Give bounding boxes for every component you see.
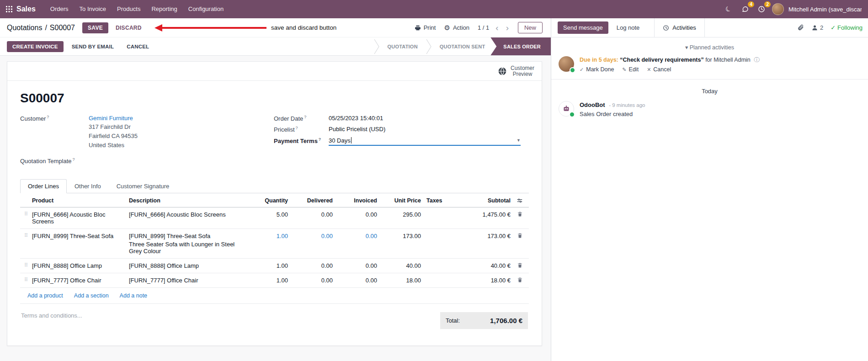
pager-next-icon[interactable]: › xyxy=(505,23,510,32)
cell-delivered[interactable]: 0.00 xyxy=(288,262,333,269)
pricelist-field[interactable]: Public Pricelist (USD) xyxy=(329,126,385,133)
cell-invoiced[interactable]: 0.00 xyxy=(333,277,377,284)
table-row[interactable]: ⠿ [FURN_8888] Office Lamp [FURN_8888] Of… xyxy=(20,259,529,273)
dropdown-caret-icon[interactable]: ▼ xyxy=(517,138,521,143)
arrow-line xyxy=(162,27,266,29)
activity-avatar[interactable] xyxy=(559,56,574,72)
apps-grid-icon[interactable] xyxy=(5,5,13,13)
customer-preview-button[interactable]: Customer Preview xyxy=(511,65,534,77)
cell-unit-price[interactable]: 40.00 xyxy=(377,262,421,269)
payment-terms-field[interactable]: 30 Days ▼ xyxy=(329,137,521,146)
cell-unit-price[interactable]: 18.00 xyxy=(377,277,421,284)
dark-mode-toggle[interactable]: ☾ xyxy=(723,3,735,15)
activities-tab[interactable]: Activities xyxy=(654,18,704,37)
header-delivered[interactable]: Delivered xyxy=(288,197,333,204)
drag-handle-icon[interactable]: ⠿ xyxy=(20,233,32,239)
cell-invoiced[interactable]: 0.00 xyxy=(333,211,377,218)
cancel-order-button[interactable]: CANCEL xyxy=(122,41,154,52)
cell-quantity[interactable]: 1.00 xyxy=(248,233,288,239)
discard-button[interactable]: DISCARD xyxy=(112,22,145,33)
cell-invoiced[interactable]: 0.00 xyxy=(333,233,377,239)
fields-right-column: Order Date? 05/25/2023 15:40:01 Pricelis… xyxy=(274,115,529,168)
cell-product[interactable]: [FURN_7777] Office Chair xyxy=(32,277,129,284)
activities-systray-button[interactable]: 2 xyxy=(756,3,767,15)
info-icon[interactable]: ⓘ xyxy=(754,57,760,63)
drag-handle-icon[interactable]: ⠿ xyxy=(20,262,32,268)
new-button[interactable]: New xyxy=(518,22,543,33)
cell-unit-price[interactable]: 173.00 xyxy=(377,233,421,239)
cell-description[interactable]: [FURN_8888] Office Lamp xyxy=(129,262,248,269)
add-a-note-link[interactable]: Add a note xyxy=(120,292,147,299)
save-button[interactable]: SAVE xyxy=(82,22,108,33)
delete-row-icon[interactable] xyxy=(517,277,523,283)
cell-quantity[interactable]: 5.00 xyxy=(248,211,288,218)
menu-to-invoice[interactable]: To Invoice xyxy=(74,0,112,18)
delete-row-icon[interactable] xyxy=(517,262,523,268)
stage-quotation[interactable]: QUOTATION xyxy=(379,37,426,55)
header-invoiced[interactable]: Invoiced xyxy=(333,197,377,204)
log-note-button[interactable]: Log note xyxy=(613,21,644,34)
menu-products[interactable]: Products xyxy=(112,0,146,18)
table-row[interactable]: ⠿ [FURN_6666] Acoustic Bloc Screens [FUR… xyxy=(20,207,529,229)
create-invoice-button[interactable]: CREATE INVOICE xyxy=(7,41,64,52)
user-avatar[interactable] xyxy=(772,3,784,15)
tab-order-lines[interactable]: Order Lines xyxy=(20,179,67,193)
cell-unit-price[interactable]: 295.00 xyxy=(377,211,421,218)
header-product[interactable]: Product xyxy=(32,197,129,204)
header-quantity[interactable]: Quantity xyxy=(248,197,288,204)
edit-activity-button[interactable]: ✎ Edit xyxy=(622,66,639,73)
cell-delivered[interactable]: 0.00 xyxy=(288,211,333,218)
cell-description[interactable]: [FURN_8999] Three-Seat SofaThree Seater … xyxy=(129,233,248,255)
tab-other-info[interactable]: Other Info xyxy=(67,179,109,193)
tab-customer-signature[interactable]: Customer Signature xyxy=(109,179,177,193)
followers-button[interactable]: 2 xyxy=(811,24,823,31)
cell-description[interactable]: [FURN_6666] Acoustic Bloc Screens xyxy=(129,211,248,218)
stage-quotation-sent[interactable]: QUOTATION SENT xyxy=(431,37,494,55)
order-date-field[interactable]: 05/25/2023 15:40:01 xyxy=(329,115,383,122)
cell-quantity[interactable]: 1.00 xyxy=(248,277,288,284)
send-by-email-button[interactable]: SEND BY EMAIL xyxy=(67,41,118,52)
cell-subtotal: 1,475.00 € xyxy=(457,211,511,218)
cell-product[interactable]: [FURN_8999] Three-Seat Sofa xyxy=(32,233,129,239)
cell-product[interactable]: [FURN_6666] Acoustic Bloc Screens xyxy=(32,211,129,225)
action-button[interactable]: ⚙ Action xyxy=(444,24,469,31)
cell-delivered[interactable]: 0.00 xyxy=(288,277,333,284)
cancel-activity-button[interactable]: ✕ Cancel xyxy=(647,66,671,73)
user-name[interactable]: Mitchell Admin (save_discar xyxy=(788,6,862,13)
header-unit-price[interactable]: Unit Price xyxy=(377,197,421,204)
pager-prev-icon[interactable]: ‹ xyxy=(495,23,499,32)
messages-button[interactable]: 4 xyxy=(739,3,751,15)
cell-invoiced[interactable]: 0.00 xyxy=(333,262,377,269)
send-message-button[interactable]: Send message xyxy=(558,21,608,34)
delete-row-icon[interactable] xyxy=(517,211,523,217)
menu-orders[interactable]: Orders xyxy=(45,0,74,18)
breadcrumb-quotations[interactable]: Quotations xyxy=(7,24,42,32)
header-subtotal[interactable]: Subtotal xyxy=(457,197,511,204)
terms-and-conditions-field[interactable]: Terms and conditions... xyxy=(20,312,82,319)
cell-product[interactable]: [FURN_8888] Office Lamp xyxy=(32,262,129,269)
print-button[interactable]: Print xyxy=(415,24,436,31)
attachments-button[interactable] xyxy=(797,24,804,32)
optional-columns-icon[interactable] xyxy=(517,197,523,204)
message-author[interactable]: OdooBot xyxy=(580,101,605,108)
add-a-section-link[interactable]: Add a section xyxy=(74,292,109,299)
drag-handle-icon[interactable]: ⠿ xyxy=(20,211,32,217)
delete-row-icon[interactable] xyxy=(517,233,523,239)
cell-quantity[interactable]: 1.00 xyxy=(248,262,288,269)
following-button[interactable]: ✓ Following xyxy=(831,24,863,31)
header-taxes[interactable]: Taxes xyxy=(421,197,457,204)
customer-link[interactable]: Gemini Furniture xyxy=(89,115,133,122)
app-name[interactable]: Sales xyxy=(16,5,36,13)
menu-reporting[interactable]: Reporting xyxy=(146,0,182,18)
table-row[interactable]: ⠿ [FURN_7777] Office Chair [FURN_7777] O… xyxy=(20,273,529,288)
add-a-product-link[interactable]: Add a product xyxy=(27,292,63,299)
stage-sales-order[interactable]: SALES ORDER xyxy=(490,37,551,55)
menu-configuration[interactable]: Configuration xyxy=(183,0,229,18)
planned-activities-toggle[interactable]: ▾ Planned activities xyxy=(551,44,868,51)
mark-done-button[interactable]: ✓ Mark Done xyxy=(580,66,614,73)
cell-description[interactable]: [FURN_7777] Office Chair xyxy=(129,277,248,284)
drag-handle-icon[interactable]: ⠿ xyxy=(20,277,32,283)
cell-delivered[interactable]: 0.00 xyxy=(288,233,333,239)
header-description[interactable]: Description xyxy=(129,197,248,204)
table-row[interactable]: ⠿ [FURN_8999] Three-Seat Sofa [FURN_8999… xyxy=(20,229,529,259)
